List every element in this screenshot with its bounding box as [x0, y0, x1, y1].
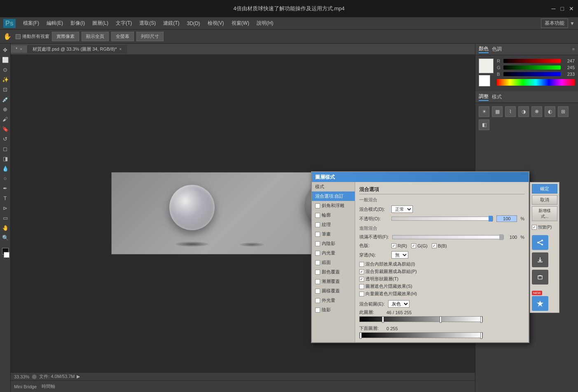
g-slider[interactable]	[503, 65, 561, 70]
menu-window[interactable]: 視窗(W)	[228, 19, 253, 28]
below-layer-slider-track[interactable]	[359, 332, 483, 338]
arrow-icon[interactable]: ▶	[77, 374, 80, 379]
scroll-all-check[interactable]: 捲動所有視窗	[16, 33, 49, 40]
below-layer-handle-right[interactable]	[480, 332, 482, 339]
blur-tool[interactable]: 💧	[1, 164, 10, 173]
contour-checkbox[interactable]	[315, 213, 320, 218]
knockout-select[interactable]: 無	[391, 251, 408, 259]
foreground-swatch[interactable]	[479, 58, 494, 73]
ch-g-cb[interactable]	[411, 243, 416, 248]
star-icon-btn[interactable]	[532, 296, 548, 311]
blend-range-select[interactable]: 灰色	[388, 300, 410, 308]
below-layer-handle-left[interactable]	[360, 332, 362, 339]
dialog-item-color-overlay[interactable]: 顏色覆蓋	[312, 267, 355, 277]
ch-b-label[interactable]: B(B)	[432, 243, 447, 248]
mini-bridge-label[interactable]: Mini Bridge	[14, 384, 37, 389]
menu-3d[interactable]: 3D(D)	[184, 19, 204, 28]
dialog-cancel-btn[interactable]: 取消	[532, 195, 557, 205]
dialog-item-stroke[interactable]: 筆畫	[312, 229, 355, 239]
menu-select[interactable]: 選取(S)	[136, 19, 159, 28]
adjust-vibrance[interactable]: ❋	[531, 106, 542, 117]
bevel-checkbox[interactable]	[315, 203, 320, 208]
shape-tool[interactable]: ▭	[1, 213, 10, 222]
lasso-tool[interactable]: ⊙	[1, 65, 10, 74]
delete-icon-btn[interactable]	[532, 270, 548, 285]
this-layer-slider-track[interactable]	[359, 316, 483, 322]
text-tool[interactable]: T	[1, 194, 10, 203]
this-layer-handle-left[interactable]	[382, 316, 384, 323]
cb-blend-interior[interactable]	[359, 262, 364, 267]
dialog-item-bevel[interactable]: 斜角和浮雕	[312, 201, 355, 210]
style-tab[interactable]: 樣式	[492, 93, 502, 100]
pattern-overlay-checkbox[interactable]	[315, 289, 320, 294]
zoom-tool[interactable]: 🔍	[1, 233, 10, 242]
menu-image[interactable]: 影像(I)	[67, 19, 88, 28]
menu-edit[interactable]: 編輯(E)	[43, 19, 66, 28]
preview-checkbox[interactable]	[532, 225, 537, 230]
background-color[interactable]	[4, 252, 9, 258]
maximize-button[interactable]: □	[561, 5, 564, 12]
dialog-item-gradient-overlay[interactable]: 漸層覆蓋	[312, 277, 355, 286]
menu-text[interactable]: 文字(T)	[112, 19, 135, 28]
cb-blend-clipped[interactable]	[359, 269, 364, 274]
dialog-item-style[interactable]: 樣式	[312, 182, 355, 191]
eraser-tool[interactable]: ◻	[1, 144, 10, 153]
marquee-tool[interactable]: ⬜	[1, 55, 10, 64]
dialog-item-outer-glow[interactable]: 外光量	[312, 296, 355, 305]
dialog-item-inner-shadow[interactable]: 內陰影	[312, 239, 355, 248]
close-button[interactable]: ✕	[569, 5, 574, 12]
background-swatch[interactable]	[479, 75, 490, 86]
adjust-curves[interactable]: ⌇	[505, 106, 516, 117]
dropdown-icon[interactable]: ▼	[570, 21, 575, 26]
dialog-item-satin[interactable]: 緞面	[312, 258, 355, 267]
ch-r-cb[interactable]	[391, 243, 396, 248]
texture-checkbox[interactable]	[315, 222, 320, 227]
dialog-new-style-btn[interactable]: 新增樣式...	[532, 206, 557, 221]
cb-transparent-shapes[interactable]	[359, 277, 364, 282]
adjust-levels[interactable]: ▦	[492, 106, 503, 117]
minimize-button[interactable]: ─	[552, 5, 556, 12]
healing-tool[interactable]: ⊕	[1, 105, 10, 114]
magic-wand-tool[interactable]: ✨	[1, 75, 10, 84]
menu-help[interactable]: 說明(H)	[253, 19, 277, 28]
inner-shadow-checkbox[interactable]	[315, 241, 320, 246]
adjust-bw[interactable]: ◧	[479, 119, 489, 130]
share-icon-btn[interactable]	[532, 235, 548, 250]
menu-filter[interactable]: 濾鏡(T)	[160, 19, 183, 28]
swatch-tab[interactable]: 色調	[492, 46, 502, 53]
panel-collapse-icon[interactable]: ≡	[572, 47, 575, 51]
dialog-item-contour[interactable]: 輪廓	[312, 210, 355, 220]
eyedropper-tool[interactable]: 💉	[1, 95, 10, 104]
adjust-tab[interactable]: 調整	[479, 93, 489, 101]
adjust-brightness[interactable]: ☀	[479, 106, 489, 117]
ch-g-label[interactable]: G(G)	[411, 243, 427, 248]
adjust-exposure[interactable]: ◑	[518, 106, 529, 117]
basic-function[interactable]: 基本功能	[541, 19, 568, 28]
download-icon-btn[interactable]	[532, 252, 548, 267]
tab-close-untitled[interactable]: ×	[20, 47, 22, 51]
opacity-slider[interactable]	[391, 217, 493, 221]
tab-close-main[interactable]: ×	[119, 47, 122, 51]
menu-layer[interactable]: 圖層(L)	[89, 19, 112, 28]
fit-screen-btn[interactable]: 顯示全頁	[82, 32, 109, 41]
menu-view[interactable]: 檢視(V)	[204, 19, 227, 28]
satin-checkbox[interactable]	[315, 260, 320, 265]
gradient-tool[interactable]: ◨	[1, 154, 10, 163]
dialog-item-pattern-overlay[interactable]: 圖樣覆蓋	[312, 286, 355, 296]
b-slider[interactable]	[503, 72, 561, 76]
menu-file[interactable]: 檔案(F)	[20, 19, 42, 28]
dialog-item-drop-shadow[interactable]: 陰影	[312, 305, 355, 315]
actual-pixels-btn[interactable]: 實際像素	[52, 32, 79, 41]
tab-untitled[interactable]: * ×	[11, 45, 28, 53]
hand-tool[interactable]: 🤚	[1, 223, 10, 232]
path-tool[interactable]: ⊳	[1, 203, 10, 212]
this-layer-handle-right-1[interactable]	[440, 316, 442, 323]
outer-glow-checkbox[interactable]	[315, 298, 320, 303]
color-tab[interactable]: 顏色	[479, 45, 489, 53]
r-slider[interactable]	[503, 59, 561, 63]
cb-vector-mask[interactable]	[359, 292, 364, 296]
crop-tool[interactable]: ⊡	[1, 85, 10, 94]
history-label[interactable]: 時間軸	[42, 383, 55, 390]
brush-tool[interactable]: 🖌	[1, 114, 10, 124]
dialog-item-texture[interactable]: 紋理	[312, 220, 355, 229]
